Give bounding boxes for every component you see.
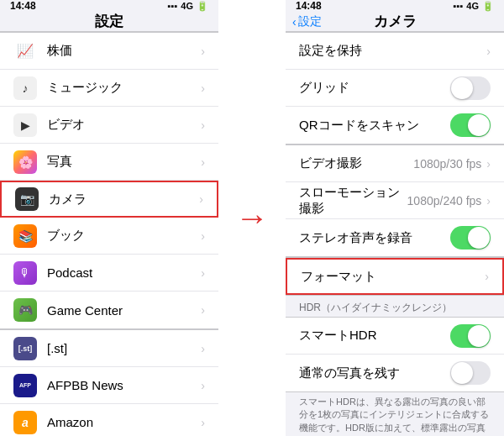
format-chevron: › xyxy=(485,270,489,283)
list-item-camera[interactable]: 📷 カメラ › xyxy=(0,181,218,218)
back-button[interactable]: ‹ 設定 xyxy=(292,14,322,29)
status-icons-right: ▪▪▪ 4G 🔋 xyxy=(454,1,494,12)
time-left: 14:48 xyxy=(10,0,36,12)
afp-label: AFPBB News xyxy=(47,378,201,392)
hdr-header-text: HDR（ハイダイナミックレンジ） xyxy=(299,302,452,313)
save-settings-label: 設定を保持 xyxy=(299,43,486,59)
list-item-st[interactable]: [.st] [.st] › xyxy=(0,330,218,367)
smart-hdr-label: スマートHDR xyxy=(299,328,450,344)
stereo-toggle[interactable] xyxy=(450,226,491,250)
grid-toggle-knob xyxy=(451,77,473,99)
right-group-1: 設定を保持 › グリッド QRコードをスキャン xyxy=(286,32,504,144)
gamecenter-chevron: › xyxy=(201,303,205,317)
books-icon: 📚 xyxy=(13,224,37,248)
amazon-label: Amazon xyxy=(47,415,201,429)
list-item-podcast[interactable]: 🎙 Podcast › xyxy=(0,255,218,292)
video-recording-value: 1080p/30 fps xyxy=(413,157,481,171)
st-label: [.st] xyxy=(47,341,201,355)
music-icon: ♪ xyxy=(13,76,37,100)
list-item-music[interactable]: ♪ ミュージック › xyxy=(0,70,218,107)
grid-label: グリッド xyxy=(299,80,450,96)
right-item-format[interactable]: フォーマット › xyxy=(286,258,504,295)
st-icon: [.st] xyxy=(13,337,37,360)
podcast-chevron: › xyxy=(201,266,205,280)
slomo-value: 1080p/240 fps xyxy=(407,194,482,207)
books-label: ブック xyxy=(47,228,201,244)
right-item-grid[interactable]: グリッド xyxy=(286,70,504,107)
list-item-gamecenter[interactable]: 🎮 Game Center › xyxy=(0,292,218,328)
list-item-video[interactable]: ▶ ビデオ › xyxy=(0,107,218,144)
left-panel: 14:48 ▪▪▪ 4G 🔋 設定 📈 株価 › ♪ ミュージック › ▶ ビデ… xyxy=(0,0,218,436)
save-settings-chevron: › xyxy=(486,45,491,58)
signal-icon-right: ▪▪▪ xyxy=(454,1,464,11)
stocks-chevron: › xyxy=(201,45,205,58)
left-panel-title: 設定 xyxy=(95,12,123,31)
nav-bar-left: 設定 xyxy=(0,12,218,32)
stocks-icon: 📈 xyxy=(13,39,37,63)
camera-label: カメラ xyxy=(49,192,199,207)
format-label: フォーマット xyxy=(301,269,485,285)
right-group-hdr: スマートHDR 通常の写真を残す xyxy=(286,317,504,392)
camera-icon: 📷 xyxy=(15,187,39,211)
video-recording-chevron: › xyxy=(486,157,491,171)
keep-normal-toggle[interactable] xyxy=(450,361,491,385)
back-chevron: ‹ xyxy=(292,15,297,29)
st-chevron: › xyxy=(201,342,205,355)
list-item-stocks[interactable]: 📈 株価 › xyxy=(0,33,218,70)
gamecenter-icon: 🎮 xyxy=(13,298,37,322)
keep-normal-label: 通常の写真を残す xyxy=(299,365,450,381)
music-chevron: › xyxy=(201,81,205,95)
hdr-description-text: スマートHDRは、異なる露出の写真の良い部分を1枚の写真にインテリジェントに合成… xyxy=(299,397,489,436)
status-icons-left: ▪▪▪ 4G 🔋 xyxy=(168,1,208,12)
books-chevron: › xyxy=(201,229,205,243)
right-group-3: フォーマット › xyxy=(286,257,504,296)
time-right: 14:48 xyxy=(296,0,322,12)
smart-hdr-toggle[interactable] xyxy=(450,324,491,348)
amazon-icon: a xyxy=(13,411,37,434)
settings-group-1: 📈 株価 › ♪ ミュージック › ▶ ビデオ › 🌸 写真 › 📷 カメラ › xyxy=(0,32,218,329)
status-bar-right: 14:48 ▪▪▪ 4G 🔋 xyxy=(286,0,504,12)
status-bar-left: 14:48 ▪▪▪ 4G 🔋 xyxy=(0,0,218,12)
signal-icon: ▪▪▪ xyxy=(168,1,178,11)
settings-group-2: [.st] [.st] › AFP AFPBB News › a Amazon … xyxy=(0,329,218,436)
right-item-qr[interactable]: QRコードをスキャン xyxy=(286,107,504,144)
video-icon: ▶ xyxy=(13,113,37,137)
list-item-amazon[interactable]: a Amazon › xyxy=(0,404,218,436)
music-label: ミュージック xyxy=(47,80,201,96)
video-chevron: › xyxy=(201,118,205,132)
battery-icon-right: 🔋 xyxy=(482,1,494,12)
back-label: 設定 xyxy=(298,14,322,29)
slomo-chevron: › xyxy=(486,194,491,207)
network-type-left: 4G xyxy=(181,1,193,11)
right-item-stereo[interactable]: ステレオ音声を録音 xyxy=(286,219,504,256)
afp-icon: AFP xyxy=(13,374,37,397)
list-item-books[interactable]: 📚 ブック › xyxy=(0,218,218,255)
list-item-afp[interactable]: AFP AFPBB News › xyxy=(0,367,218,404)
arrow-container: → xyxy=(218,0,286,436)
podcast-icon: 🎙 xyxy=(13,261,37,285)
photos-chevron: › xyxy=(201,155,205,169)
right-item-keep-normal[interactable]: 通常の写真を残す xyxy=(286,355,504,391)
stocks-label: 株価 xyxy=(47,43,201,59)
camera-chevron: › xyxy=(199,192,203,206)
video-label: ビデオ xyxy=(47,117,201,133)
qr-toggle-knob xyxy=(468,114,490,136)
stereo-toggle-knob xyxy=(468,227,490,249)
right-group-2: ビデオ撮影 1080p/30 fps › スローモーション撮影 1080p/24… xyxy=(286,144,504,257)
keep-normal-toggle-knob xyxy=(451,362,473,384)
slomo-label: スローモーション撮影 xyxy=(299,185,407,217)
afp-chevron: › xyxy=(201,379,205,392)
right-item-video-recording[interactable]: ビデオ撮影 1080p/30 fps › xyxy=(286,145,504,182)
right-item-slomo[interactable]: スローモーション撮影 1080p/240 fps › xyxy=(286,182,504,219)
list-item-photos[interactable]: 🌸 写真 › xyxy=(0,144,218,181)
qr-label: QRコードをスキャン xyxy=(299,118,450,134)
hdr-header: HDR（ハイダイナミックレンジ） xyxy=(286,296,504,317)
right-item-smart-hdr[interactable]: スマートHDR xyxy=(286,318,504,355)
right-panel-title: カメラ xyxy=(374,12,417,31)
qr-toggle[interactable] xyxy=(450,113,491,137)
grid-toggle[interactable] xyxy=(450,76,491,100)
right-item-save-settings[interactable]: 設定を保持 › xyxy=(286,33,504,70)
network-type-right: 4G xyxy=(466,1,479,11)
photos-label: 写真 xyxy=(47,154,201,170)
smart-hdr-toggle-knob xyxy=(468,325,490,347)
